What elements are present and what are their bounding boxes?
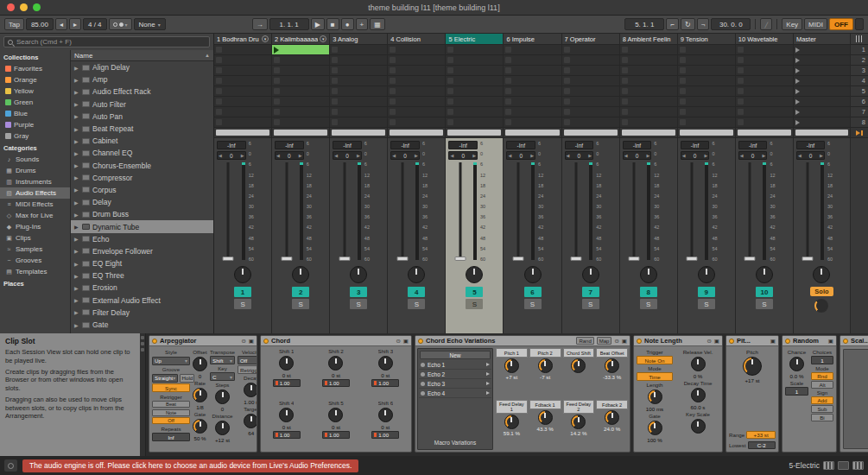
macro-knob[interactable] (538, 410, 553, 425)
arrow-left-icon[interactable]: ◀ (567, 153, 570, 158)
mode-button[interactable]: Alt (811, 381, 833, 389)
clip-slot[interactable] (504, 97, 561, 107)
collection-item[interactable]: Gray (0, 130, 70, 142)
macro-name-chip[interactable]: Feed Delay 1 (496, 400, 528, 414)
clip-launch-icon[interactable] (505, 78, 511, 84)
volume-display[interactable]: -Inf (217, 141, 246, 149)
clip-launch-icon[interactable] (390, 47, 396, 53)
clip-launch-icon[interactable] (622, 57, 628, 63)
status-indicator[interactable] (4, 459, 17, 472)
track-activator-button[interactable]: 1 (234, 287, 251, 297)
expand-arrow-icon[interactable]: ▶ (74, 65, 79, 71)
track-activator-button[interactable]: 7 (582, 287, 599, 297)
clip-slot[interactable] (736, 97, 793, 107)
nudge-down-button[interactable]: ◂ (55, 18, 67, 30)
pitch-knob[interactable] (743, 357, 762, 376)
io-show-hide-button[interactable] (851, 34, 868, 45)
window-close-button[interactable] (7, 3, 15, 11)
category-item[interactable]: ▤ Templates (0, 266, 70, 277)
shift-knob[interactable] (328, 356, 343, 370)
volume-display[interactable]: -Inf (333, 141, 362, 149)
expand-arrow-icon[interactable]: ▶ (74, 126, 79, 132)
expand-arrow-icon[interactable]: ▶ (74, 89, 79, 95)
scene-launch-icon[interactable] (795, 79, 800, 84)
clip-slot[interactable] (736, 107, 793, 117)
browser-device-row[interactable]: ▶ Filter Delay (71, 307, 213, 319)
clip-slot[interactable] (736, 55, 793, 66)
fold-icon[interactable]: ▣ (770, 338, 776, 345)
solo-button[interactable]: S (524, 299, 542, 309)
fader-handle[interactable] (281, 256, 292, 261)
clip-slot[interactable] (446, 76, 503, 86)
clip-slot[interactable] (736, 117, 793, 128)
track-header[interactable]: 2 Kalimbaaaaa ▾ (272, 34, 329, 45)
track-activator-button[interactable]: 8 (640, 287, 657, 297)
arrow-left-icon[interactable]: ◀ (798, 153, 801, 158)
arrow-right-icon[interactable]: ▶ (820, 153, 823, 158)
clip-slot[interactable] (388, 107, 445, 117)
macro-knob[interactable] (605, 358, 619, 373)
clip-slot[interactable] (562, 86, 619, 97)
volume-display[interactable]: -Inf (738, 141, 768, 149)
clip-launch-icon[interactable] (390, 88, 396, 94)
pan-knob[interactable] (640, 266, 657, 283)
expand-arrow-icon[interactable]: ▶ (74, 101, 79, 107)
collection-item[interactable]: Favorites (0, 63, 70, 74)
browser-device-row[interactable]: ▶ Auto Filter (71, 98, 213, 111)
loop-button[interactable]: ↻ (681, 18, 695, 30)
clip-launch-icon[interactable] (332, 78, 338, 84)
arrow-left-icon[interactable]: ◀ (450, 153, 453, 158)
clip-stop-button[interactable] (272, 128, 329, 138)
variation-row[interactable]: Echo 3 (419, 379, 491, 389)
volume-display[interactable]: -Inf (565, 141, 594, 149)
track-activator-button[interactable]: 10 (756, 287, 773, 297)
window-zoom-button[interactable] (33, 3, 41, 11)
clip-launch-icon[interactable] (505, 57, 511, 63)
clip-launch-icon[interactable] (680, 119, 686, 125)
clip-slot[interactable] (330, 76, 387, 86)
category-item[interactable]: ▥ Instruments (0, 176, 70, 187)
clip-launch-icon[interactable] (332, 47, 338, 53)
clip-launch-icon[interactable] (738, 98, 744, 104)
clip-stop-bar[interactable] (622, 130, 675, 136)
clip-launch-icon[interactable] (216, 78, 222, 84)
clip-slot[interactable] (388, 55, 445, 66)
collection-item[interactable]: Blue (0, 108, 70, 119)
clip-slot[interactable] (272, 86, 329, 97)
clip-launch-icon[interactable] (216, 98, 222, 104)
track-header[interactable]: 4 Collision (388, 34, 445, 45)
track-header[interactable]: 10 Wavetable (736, 34, 793, 45)
category-item[interactable]: ♪ Sounds (0, 154, 70, 165)
scene-number[interactable]: 1 (851, 45, 868, 55)
clip-slot[interactable] (504, 117, 561, 128)
arrangement-position-display[interactable]: 1. 1. 1 (269, 18, 309, 30)
clip-slot[interactable] (678, 76, 735, 86)
fader-handle[interactable] (687, 256, 698, 261)
collection-item[interactable]: Yellow (0, 86, 70, 97)
clip-slot[interactable] (620, 45, 677, 55)
volume-fader[interactable] (217, 162, 246, 262)
scene-launch-slot[interactable] (794, 76, 850, 86)
pan-knob[interactable] (350, 266, 367, 283)
clip-stop-button[interactable] (736, 128, 793, 138)
clip-overview-icon[interactable] (838, 461, 849, 470)
clip-launch-icon[interactable] (447, 57, 453, 63)
clip-stop-bar[interactable] (680, 130, 733, 136)
variation-row[interactable]: Echo 1 (419, 360, 491, 370)
expand-arrow-icon[interactable]: ▶ (74, 236, 79, 242)
trigger-mode-button[interactable]: Note On (637, 356, 673, 364)
macro-name-chip[interactable]: Feed Delay 2 (563, 400, 595, 414)
pan-knob[interactable] (582, 266, 599, 283)
clip-launch-icon[interactable] (390, 98, 396, 104)
clip-launch-icon[interactable] (738, 47, 744, 53)
browser-device-row[interactable]: ▶ Drum Buss (71, 208, 213, 220)
clip-slot[interactable] (388, 97, 445, 107)
transpose-dropdown[interactable]: Shift▾ (210, 356, 235, 364)
clip-stop-bar[interactable] (332, 130, 385, 136)
search-input[interactable]: Search (Cmd + F) (3, 36, 210, 48)
decay-time-knob[interactable] (691, 388, 706, 402)
scene-launch-slot[interactable] (794, 66, 850, 76)
solo-button[interactable]: S (640, 299, 657, 309)
velocity-ratio-box[interactable]: 1.00 (371, 431, 399, 439)
solo-mode-chip[interactable]: Solo (810, 287, 833, 296)
